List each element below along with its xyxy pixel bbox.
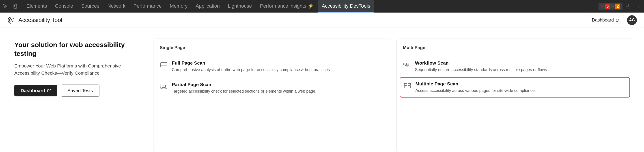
- devtools-bar: Elements Console Sources Network Perform…: [0, 0, 644, 13]
- workflow-scan-info: Workflow Scan Sequentially ensure access…: [415, 60, 548, 73]
- dashboard-link-button[interactable]: Dashboard: [587, 15, 624, 25]
- tab-lighthouse[interactable]: Lighthouse: [224, 0, 256, 13]
- partial-page-scan-icon: [160, 82, 168, 90]
- tab-accessibility-devtools[interactable]: Accessibility DevTools: [318, 0, 374, 13]
- single-page-title: Single Page: [160, 45, 384, 50]
- svg-point-2: [628, 6, 629, 7]
- devtools-tabs: Elements Console Sources Network Perform…: [22, 0, 597, 13]
- svg-point-3: [638, 5, 638, 5]
- settings-icon[interactable]: [624, 2, 632, 10]
- tool-title: Accessibility Tool: [18, 17, 62, 24]
- main-content: Your solution for web accessibility test…: [0, 28, 644, 152]
- hero-title: Your solution for web accessibility test…: [14, 40, 144, 58]
- multi-page-title: Multi Page: [403, 45, 627, 50]
- multi-page-column: Multi Page Workflow Scan Sequent: [396, 39, 634, 152]
- tab-application[interactable]: Application: [192, 0, 224, 13]
- svg-point-4: [638, 6, 638, 7]
- external-link-icon-primary: [47, 89, 51, 93]
- svg-rect-12: [160, 84, 167, 89]
- tool-logo: Accessibility Tool: [7, 16, 62, 24]
- cards-area: Single Page Full Page Scan Comprehensive…: [153, 39, 633, 152]
- devtools-icons: [2, 3, 19, 10]
- single-page-column: Single Page Full Page Scan Comprehensive…: [153, 39, 390, 152]
- left-panel: Your solution for web accessibility test…: [14, 39, 144, 152]
- tab-elements[interactable]: Elements: [22, 0, 51, 13]
- svg-rect-24: [408, 86, 410, 88]
- svg-rect-13: [162, 85, 166, 87]
- svg-rect-23: [408, 83, 410, 85]
- hero-description: Empower Your Web Platforms with Comprehe…: [14, 62, 144, 76]
- multiple-page-scan-icon: [404, 82, 412, 90]
- devtools-right: ✕ 5 ⚐ 2: [598, 2, 642, 10]
- full-page-scan-info: Full Page Scan Comprehensive analysis of…: [172, 60, 331, 73]
- partial-page-scan-item[interactable]: Partial Page Scan Targeted accessibility…: [160, 77, 384, 99]
- svg-line-7: [48, 89, 50, 91]
- tab-performance[interactable]: Performance: [130, 0, 166, 13]
- svg-rect-17: [407, 66, 409, 67]
- tab-performance-insights[interactable]: Performance insights ⚡: [256, 0, 318, 13]
- device-icon[interactable]: [12, 3, 19, 10]
- svg-rect-15: [406, 63, 409, 65]
- tab-memory[interactable]: Memory: [166, 0, 192, 13]
- tab-console[interactable]: Console: [51, 0, 77, 13]
- dashboard-button[interactable]: Dashboard: [14, 85, 57, 96]
- inspect-icon[interactable]: [2, 3, 9, 10]
- full-page-scan-item[interactable]: Full Page Scan Comprehensive analysis of…: [160, 56, 384, 77]
- svg-rect-16: [405, 66, 407, 67]
- error-badge[interactable]: ✕ 5 ⚐ 2: [598, 3, 622, 10]
- external-link-icon: [616, 18, 619, 22]
- svg-rect-22: [404, 86, 407, 88]
- tab-sources[interactable]: Sources: [77, 0, 103, 13]
- avatar[interactable]: AC: [627, 15, 637, 25]
- svg-point-5: [638, 8, 638, 8]
- tool-header: Accessibility Tool Dashboard AC: [0, 13, 644, 28]
- svg-rect-1: [14, 5, 16, 7]
- svg-rect-21: [404, 83, 407, 85]
- svg-line-6: [617, 19, 619, 20]
- tab-network[interactable]: Network: [103, 0, 130, 13]
- tool-header-right: Dashboard AC: [587, 15, 637, 25]
- multiple-page-scan-info: Multiple Page Scan Assess accessibility …: [416, 81, 536, 93]
- more-options-icon[interactable]: [634, 2, 642, 10]
- svg-rect-8: [160, 63, 167, 67]
- partial-page-scan-info: Partial Page Scan Targeted accessibility…: [172, 82, 316, 94]
- saved-tests-button[interactable]: Saved Tests: [61, 85, 100, 97]
- logo-icon: [7, 16, 15, 24]
- multiple-page-scan-item[interactable]: Multiple Page Scan Assess accessibility …: [400, 77, 630, 97]
- workflow-scan-icon: [403, 61, 411, 69]
- full-page-scan-icon: [160, 61, 168, 69]
- hero-buttons: Dashboard Saved Tests: [14, 85, 144, 97]
- workflow-scan-item[interactable]: Workflow Scan Sequentially ensure access…: [403, 56, 627, 77]
